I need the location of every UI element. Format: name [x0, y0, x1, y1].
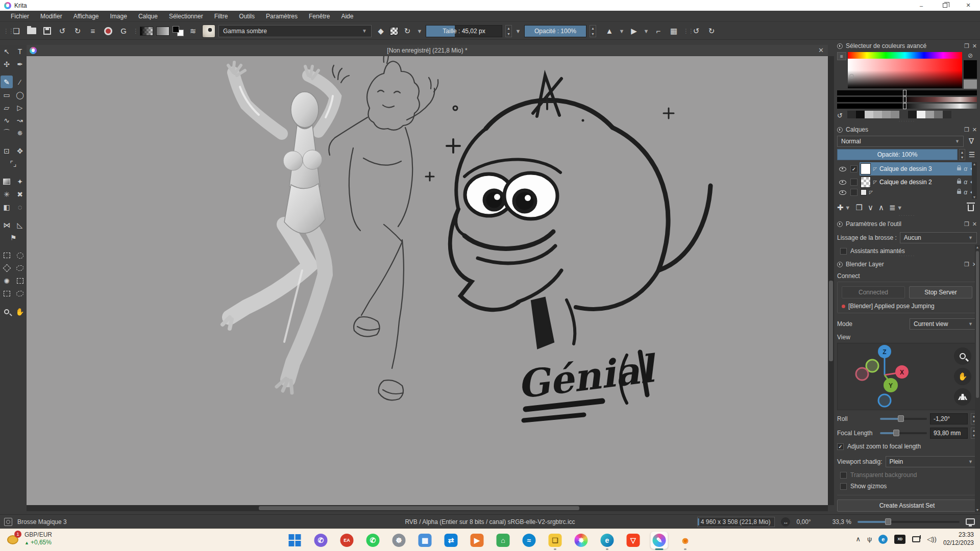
mirror-vertical-button[interactable]: ▲ [603, 24, 616, 38]
layers-header[interactable]: Calques ❒ ✕ [837, 124, 977, 135]
docker-splitter[interactable]: ······· [837, 120, 977, 123]
bezier-select-tool[interactable] [1, 287, 13, 300]
gradient-tool[interactable] [1, 175, 13, 188]
menu-calque[interactable]: Calque [133, 11, 163, 22]
smoothing-select[interactable]: Aucun ▼ [900, 232, 977, 243]
freehand-select-tool[interactable] [14, 262, 26, 274]
line-tool[interactable]: ∕ [14, 76, 26, 88]
brush-preset-combobox[interactable]: Gamma sombre ▼ [218, 25, 372, 37]
magnetic-select-tool[interactable] [14, 287, 26, 300]
chevron-down-icon[interactable]: ▼ [416, 24, 423, 38]
gizmo-zoom-button[interactable] [954, 347, 971, 365]
calligraphy-tool[interactable]: ✒ [14, 58, 26, 70]
mirror-horizontal-button[interactable]: ▶ [628, 24, 640, 38]
usb-icon[interactable]: ψ [867, 535, 872, 543]
freehand-path-tool[interactable]: ↝ [14, 114, 26, 127]
open-document-button[interactable] [26, 24, 38, 38]
show-gizmos-checkbox[interactable] [840, 483, 847, 490]
app-brave-browser[interactable]: ▽ [625, 532, 642, 549]
layer-properties-button[interactable]: ≣ [889, 203, 896, 212]
axis-gizmo[interactable]: Z X Y [838, 343, 924, 410]
menu-sélectionner[interactable]: Sélectionner [163, 11, 209, 22]
freehand-brush-tool[interactable]: ✎ [1, 76, 13, 88]
focal-length-value[interactable]: 93,80 mm [930, 428, 968, 439]
connected-button[interactable]: Connected [842, 286, 905, 298]
layer-alpha-icon[interactable]: α [964, 165, 967, 172]
refresh-colors-icon[interactable]: ↺ [837, 112, 846, 119]
app-file-explorer[interactable]: ❏ [547, 532, 564, 549]
float-panel-icon[interactable]: ❒ [964, 43, 969, 49]
select-shapes-tool[interactable]: ↖ [1, 45, 13, 58]
app-krita[interactable]: ✎ [651, 532, 668, 549]
roll-slider[interactable] [880, 418, 927, 420]
app-settings[interactable]: ☸ [390, 532, 408, 549]
speaker-icon[interactable]: ◁)) [927, 535, 937, 543]
color-history-swatch[interactable] [865, 111, 873, 118]
move-layer-down-button[interactable]: ∨ [868, 203, 873, 212]
clock[interactable]: 23:33 02/12/2023 [943, 531, 974, 547]
layer-opacity-slider[interactable]: Opacité: 100% [837, 149, 958, 160]
color-history-swatch[interactable] [847, 111, 856, 118]
reference-images-tool[interactable]: ⚑ [7, 231, 19, 244]
chevron-down-icon[interactable]: ▼ [845, 201, 851, 214]
elliptical-select-tool[interactable] [14, 249, 26, 262]
fill-tool[interactable]: ◧ [1, 201, 13, 213]
color-history-swatch[interactable] [873, 111, 882, 118]
app-whatsapp[interactable]: ✆ [364, 532, 382, 549]
redo-button[interactable]: ↻ [71, 24, 84, 38]
roll-value[interactable]: -1,20° [930, 413, 968, 424]
slider-marker[interactable] [903, 96, 906, 103]
edit-shapes-tool[interactable]: ✣ [1, 58, 13, 70]
blender-layer-header[interactable]: Blender Layer ❒ ✕ [837, 259, 977, 269]
color-history-swatch[interactable] [917, 111, 925, 118]
menu-affichage[interactable]: Affichage [68, 11, 105, 22]
color-selector-header[interactable]: Sélecteur de couleurs avancé ❒ ✕ [837, 41, 977, 51]
docker-scrollbar[interactable]: ▲▼ [975, 245, 980, 512]
blend-mode-select[interactable]: Normal ▼ [837, 136, 964, 147]
app-blender[interactable]: ◉ [677, 532, 694, 549]
text-tool[interactable]: T [14, 45, 26, 58]
measure-tool[interactable]: ◺ [14, 218, 26, 231]
color-history-swatch[interactable] [882, 111, 891, 118]
tool-options-header[interactable]: Paramètres de l'outil ❒ ✕ [837, 219, 977, 229]
slider-marker[interactable] [903, 90, 906, 96]
brush-opacity-slider[interactable]: Opacité : 100% [524, 25, 586, 37]
menu-fenêtre[interactable]: Fenêtre [303, 11, 335, 22]
color-history-swatch[interactable] [856, 111, 865, 118]
app-photo-viewer[interactable]: ▦ [416, 532, 434, 549]
tray-expand-icon[interactable]: ∧ [855, 535, 861, 543]
polygonal-select-tool[interactable] [1, 262, 13, 274]
download-manager-icon[interactable]: e [878, 535, 888, 544]
reload-preset-button[interactable]: ↻ [401, 24, 413, 38]
layer-visibility-icon[interactable] [839, 167, 846, 171]
layer-lock-icon[interactable] [957, 181, 961, 184]
viewport-shading-select[interactable]: Plein ▼ [886, 456, 977, 467]
color-sampler-tool[interactable]: ✦ [14, 175, 26, 188]
menu-outils[interactable]: Outils [233, 11, 260, 22]
recorder-button[interactable] [102, 24, 114, 38]
layer-row[interactable]: ✓ ◸ Calque de dessin 3 α ❖ [837, 162, 977, 176]
scrollbar-thumb[interactable] [259, 506, 579, 510]
layer-lock-icon[interactable] [957, 167, 961, 170]
menu-paramètres[interactable]: Paramètres [260, 11, 303, 22]
docker-splitter[interactable]: ······· [837, 255, 977, 258]
app-teamviewer[interactable]: ⇄ [443, 532, 460, 549]
canvas-vertical-scrollbar[interactable] [828, 56, 834, 505]
move-tool[interactable]: ✥ [14, 144, 26, 157]
close-button[interactable]: ✕ [957, 0, 980, 11]
fullscreen-icon[interactable] [966, 518, 975, 525]
hue-strip[interactable] [848, 52, 962, 59]
layer-opacity-spinner[interactable]: ▲▼ [959, 149, 965, 160]
toolbar-grip[interactable]: ⋮⋮ [3, 28, 7, 35]
color-history-swatch[interactable] [908, 111, 917, 118]
undo-button[interactable]: ↺ [690, 24, 702, 38]
canvas-horizontal-scrollbar[interactable] [27, 505, 828, 511]
color-history-swatch[interactable] [934, 111, 943, 118]
mode-select[interactable]: Current view ▼ [910, 318, 977, 330]
minimize-button[interactable]: – [910, 0, 933, 11]
brush-preview-icon[interactable] [4, 518, 12, 526]
layer-row[interactable]: ◸ α ❖ [837, 189, 977, 196]
slider-marker[interactable] [903, 103, 906, 109]
app-home-app[interactable]: ⌂ [495, 532, 512, 549]
app-ea-app[interactable]: EA [338, 532, 356, 549]
